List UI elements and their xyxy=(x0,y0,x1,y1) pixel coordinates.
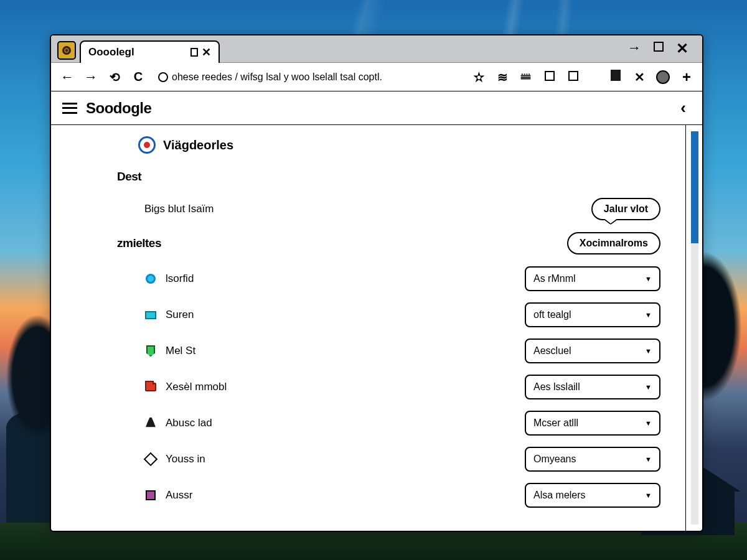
window-close-icon[interactable]: ✕ xyxy=(676,40,688,57)
setting-dropdown[interactable]: Omyeans▼ xyxy=(525,447,660,472)
section-header-button[interactable]: Xocimnalroms xyxy=(567,232,660,254)
site-info-icon[interactable] xyxy=(158,72,168,82)
dropdown-value: Aescluel xyxy=(533,345,571,357)
toolbar-icon-2[interactable]: ⩸ xyxy=(519,70,533,84)
dropdown-value: oft tealgl xyxy=(533,309,571,320)
chevron-down-icon: ▼ xyxy=(645,275,652,282)
setting-dropdown[interactable]: Aes lsslaill▼ xyxy=(525,375,660,399)
setting-label: Suren xyxy=(166,309,194,321)
setting-row: lsorfidAs rMnml▼ xyxy=(144,266,660,292)
action-button-1[interactable]: Jalur vlot xyxy=(591,198,660,220)
page-heading: Viägdeorles xyxy=(138,136,660,154)
scrollbar-thumb[interactable] xyxy=(691,131,698,243)
tab-title: Oooolegl xyxy=(88,46,134,58)
header-back-icon[interactable]: ‹ xyxy=(680,98,691,118)
address-bar: ← → ⟲ C ohese reedes / wifsg lsal y woo … xyxy=(51,63,702,91)
browser-tab[interactable]: Oooolegl ✕ xyxy=(80,40,220,63)
nav-reload-icon[interactable]: ⟲ xyxy=(107,70,122,85)
section-label-1: Dest xyxy=(117,170,660,184)
setting-row: Mel StAescluel▼ xyxy=(144,338,660,364)
app-title: Soodogle xyxy=(86,100,151,117)
nav-back-icon[interactable]: ← xyxy=(60,69,75,85)
chevron-down-icon: ▼ xyxy=(645,383,652,391)
new-tab-icon[interactable]: + xyxy=(680,68,693,86)
chevron-down-icon: ▼ xyxy=(645,455,652,463)
menu-icon[interactable] xyxy=(62,103,77,114)
browser-window: Oooolegl ✕ → ✕ ← → ⟲ C ohese reedes / wi… xyxy=(50,34,703,532)
reader-icon[interactable] xyxy=(609,70,622,84)
setting-row-label: Bigs blut Isaïm xyxy=(144,203,214,215)
window-restore-icon[interactable] xyxy=(654,42,664,52)
setting-dropdown[interactable]: Mcser atlll▼ xyxy=(525,411,660,436)
scrollbar[interactable] xyxy=(691,131,698,525)
chevron-down-icon: ▼ xyxy=(645,492,652,499)
setting-dropdown[interactable]: Alsa melers▼ xyxy=(525,483,660,508)
url-field[interactable]: ohese reedes / wifsg lsal y woo lselall … xyxy=(154,72,463,83)
chevron-down-icon: ▼ xyxy=(645,311,652,319)
page-heading-text: Viägdeorles xyxy=(163,138,233,152)
profile-avatar-icon[interactable] xyxy=(656,70,670,84)
circle-icon xyxy=(144,273,157,285)
setting-label: Xesèl mmobl xyxy=(166,381,227,393)
setting-label: Abusc lad xyxy=(166,417,212,429)
chevron-down-icon: ▼ xyxy=(645,419,652,427)
dropdown-value: As rMnml xyxy=(533,273,576,284)
setting-label: Youss in xyxy=(166,453,205,465)
dropdown-value: Aes lsslaill xyxy=(533,381,580,393)
square-icon xyxy=(144,489,157,502)
setting-label: Aussr xyxy=(166,489,192,502)
tab-bar: Oooolegl ✕ → ✕ xyxy=(51,35,702,63)
app-header: Soodogle ‹ xyxy=(51,91,702,125)
setting-dropdown[interactable]: oft tealgl▼ xyxy=(525,302,660,327)
toolbar-icon-4[interactable] xyxy=(566,70,580,84)
diamond-icon xyxy=(144,453,157,465)
page-heading-icon xyxy=(138,136,156,154)
bell-icon xyxy=(144,417,157,429)
setting-label: lsorfid xyxy=(166,273,194,285)
toolbar-icon-1[interactable]: ≋ xyxy=(496,70,509,85)
folder-icon xyxy=(144,381,157,393)
setting-label: Mel St xyxy=(166,345,195,357)
rect-icon xyxy=(144,309,157,321)
nav-reload-alt-icon[interactable]: C xyxy=(131,70,146,84)
tab-close-icon[interactable]: ✕ xyxy=(202,45,211,59)
dropdown-value: Omyeans xyxy=(533,454,576,465)
close-icon[interactable]: ✕ xyxy=(632,70,646,85)
window-controls: → ✕ xyxy=(627,40,697,62)
setting-row: Surenoft tealgl▼ xyxy=(144,302,660,328)
setting-row: Abusc ladMcser atlll▼ xyxy=(144,410,660,436)
settings-content: Viägdeorles Dest Bigs blut Isaïm Jalur v… xyxy=(51,125,686,531)
url-text: ohese reedes / wifsg lsal y woo lselall … xyxy=(172,72,382,83)
setting-dropdown[interactable]: As rMnml▼ xyxy=(525,266,660,291)
dropdown-value: Alsa melers xyxy=(533,490,586,501)
nav-forward-icon[interactable]: → xyxy=(83,69,98,85)
chevron-down-icon: ▼ xyxy=(645,347,652,355)
dropdown-value: Mcser atlll xyxy=(533,418,578,429)
setting-dropdown[interactable]: Aescluel▼ xyxy=(525,338,660,363)
setting-row: Xesèl mmoblAes lsslaill▼ xyxy=(144,374,660,400)
setting-row: AussrAlsa melers▼ xyxy=(144,482,660,508)
favicon xyxy=(57,41,76,60)
tab-restore-icon[interactable] xyxy=(190,48,198,57)
shield-icon xyxy=(144,345,157,357)
bookmark-icon[interactable]: ✫ xyxy=(472,70,486,85)
window-forward-icon[interactable]: → xyxy=(627,40,641,57)
section-label-2: zmieltes xyxy=(117,236,567,250)
setting-row: Youss inOmyeans▼ xyxy=(144,446,660,472)
toolbar-icon-3[interactable] xyxy=(543,70,557,84)
